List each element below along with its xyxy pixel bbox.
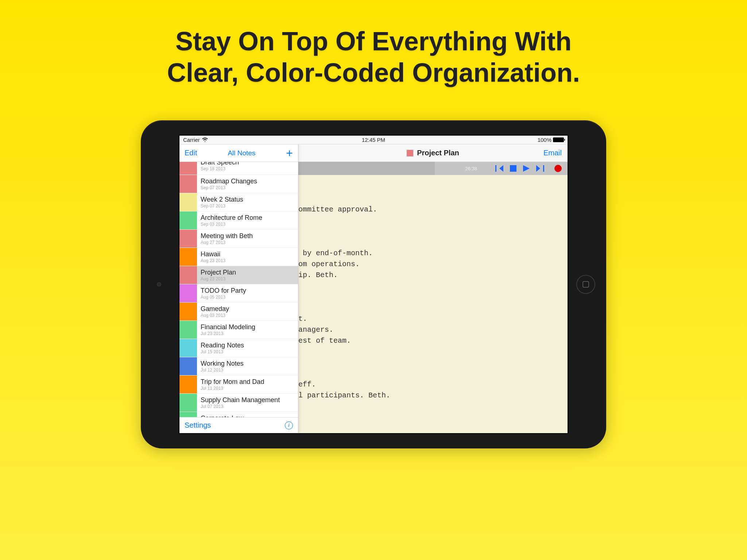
list-item-date: Aug 23 2013 <box>201 276 236 281</box>
color-chip <box>179 248 197 266</box>
list-item[interactable]: Architecture of RomeSep 03 2013 <box>179 211 298 230</box>
list-item-date: Aug 23 2013 <box>201 258 225 263</box>
carrier-label: Carrier <box>183 137 200 143</box>
list-item-date: Jul 11 2013 <box>201 386 264 391</box>
list-item-title: Financial Modeling <box>201 323 255 331</box>
list-item-date: Sep 18 2013 <box>201 166 239 171</box>
list-item-title: Corporate Law <box>201 415 244 417</box>
content-header: Project Plan Email <box>298 144 568 162</box>
playback-time: 26:38 <box>465 166 477 171</box>
color-chip <box>179 339 197 357</box>
list-item-date: Aug 27 2013 <box>201 240 253 245</box>
list-item-title: Project Plan <box>201 269 236 276</box>
info-icon[interactable]: i <box>285 421 293 429</box>
camera <box>157 282 161 287</box>
list-item-date: Aug 03 2013 <box>201 313 229 318</box>
list-item-title: Meeting with Beth <box>201 232 253 240</box>
list-item[interactable]: Meeting with BethAug 27 2013 <box>179 230 298 248</box>
list-item-date: Jul 12 2013 <box>201 368 244 373</box>
play-button[interactable] <box>523 165 530 172</box>
list-item-title: Trip for Mom and Dad <box>201 378 264 386</box>
sidebar-title[interactable]: All Notes <box>228 149 255 157</box>
color-chip <box>179 193 197 211</box>
svg-rect-0 <box>510 165 516 172</box>
color-chip <box>179 412 197 417</box>
color-chip <box>179 175 197 193</box>
color-chip <box>179 162 197 175</box>
list-item-date: Jul 23 2013 <box>201 331 255 336</box>
note-body[interactable]: ommittee approval. by end-of-month. om o… <box>298 175 568 433</box>
note-list[interactable]: Draft SpeechSep 18 2013Roadmap ChangesSe… <box>179 162 298 417</box>
email-button[interactable]: Email <box>543 149 562 157</box>
wifi-icon <box>202 137 208 143</box>
settings-button[interactable]: Settings <box>185 421 211 429</box>
color-chip <box>179 211 197 229</box>
record-button[interactable] <box>551 165 562 172</box>
playback-bar: 26:38 <box>298 162 568 175</box>
sidebar-header: Edit All Notes + <box>179 144 298 162</box>
note-title: Project Plan <box>417 149 459 157</box>
list-item-title: Working Notes <box>201 360 244 368</box>
list-item[interactable]: Roadmap ChangesSep 07 2013 <box>179 175 298 193</box>
list-item[interactable]: Working NotesJul 12 2013 <box>179 357 298 376</box>
promo-headline: Stay On Top Of Everything With Clear, Co… <box>0 0 747 89</box>
color-chip <box>179 303 197 320</box>
battery-icon <box>553 137 564 142</box>
home-button[interactable] <box>576 275 595 294</box>
list-item-date: Aug 05 2013 <box>201 295 246 300</box>
list-item[interactable]: GamedayAug 03 2013 <box>179 303 298 321</box>
list-item-title: Week 2 Status <box>201 196 243 203</box>
content-pane: Project Plan Email 26:38 <box>298 144 568 433</box>
list-item-title: Reading Notes <box>201 342 244 349</box>
list-item-date: Sep 07 2013 <box>201 203 243 209</box>
list-item-date: Sep 07 2013 <box>201 185 257 190</box>
color-chip <box>179 266 197 284</box>
skip-back-button[interactable] <box>495 165 503 172</box>
list-item-date: Sep 03 2013 <box>201 222 262 227</box>
list-item-title: Supply Chain Management <box>201 396 280 404</box>
list-item-title: Architecture of Rome <box>201 214 262 222</box>
list-item-title: Roadmap Changes <box>201 178 257 185</box>
skip-forward-button[interactable] <box>536 165 544 172</box>
color-chip <box>179 230 197 248</box>
list-item-title: Draft Speech <box>201 162 239 166</box>
list-item[interactable]: HawaiiAug 23 2013 <box>179 248 298 266</box>
stop-button[interactable] <box>510 165 516 172</box>
edit-button[interactable]: Edit <box>185 149 197 157</box>
sidebar-footer: Settings i <box>179 417 298 433</box>
list-item[interactable]: TODO for PartyAug 05 2013 <box>179 284 298 303</box>
clock: 12:45 PM <box>183 137 564 143</box>
color-chip <box>179 284 197 302</box>
list-item-title: Hawaii <box>201 250 225 258</box>
list-item[interactable]: Corporate LawJul 04 2013 <box>179 412 298 417</box>
playback-progress[interactable] <box>298 162 480 175</box>
list-item[interactable]: Reading NotesJul 15 2013 <box>179 339 298 357</box>
ipad-frame: Carrier 12:45 PM 100% Edit All Notes + D… <box>141 120 606 448</box>
home-button-icon <box>582 281 589 288</box>
add-note-button[interactable]: + <box>286 149 293 157</box>
color-chip <box>179 357 197 375</box>
screen: Carrier 12:45 PM 100% Edit All Notes + D… <box>179 135 568 434</box>
list-item[interactable]: Trip for Mom and DadJul 11 2013 <box>179 376 298 394</box>
color-chip <box>179 394 197 412</box>
list-item-date: Jul 15 2013 <box>201 349 244 354</box>
sidebar: Edit All Notes + Draft SpeechSep 18 2013… <box>179 144 298 433</box>
status-bar: Carrier 12:45 PM 100% <box>179 136 568 144</box>
list-item-title: TODO for Party <box>201 287 246 295</box>
list-item[interactable]: Financial ModelingJul 23 2013 <box>179 321 298 339</box>
color-chip <box>179 321 197 339</box>
list-item-title: Gameday <box>201 305 229 313</box>
list-item[interactable]: Project PlanAug 23 2013 <box>179 266 298 284</box>
color-chip <box>179 376 197 393</box>
list-item[interactable]: Supply Chain ManagementJul 07 2013 <box>179 394 298 412</box>
note-color-chip <box>407 150 413 156</box>
list-item-date: Jul 07 2013 <box>201 404 280 409</box>
battery-label: 100% <box>538 137 551 143</box>
list-item[interactable]: Week 2 StatusSep 07 2013 <box>179 193 298 211</box>
list-item[interactable]: Draft SpeechSep 18 2013 <box>179 162 298 175</box>
